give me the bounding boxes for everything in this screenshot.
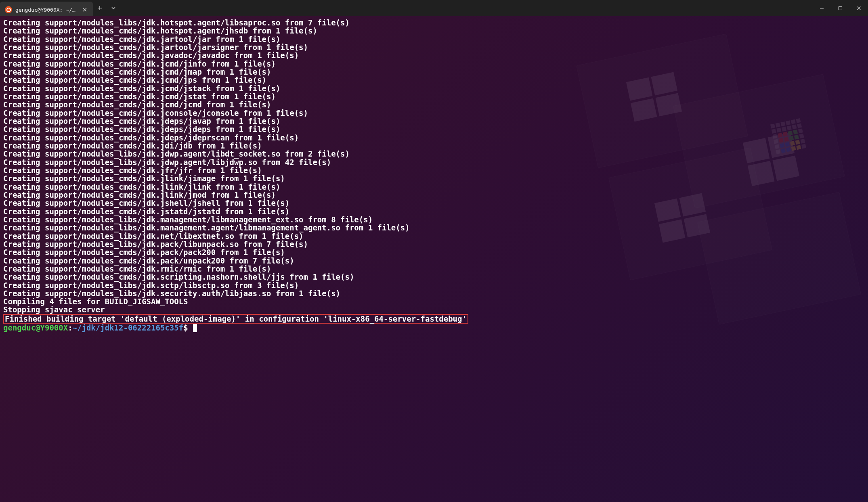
terminal-line-highlight: Finished building target 'default (explo… xyxy=(3,314,865,324)
tab-dropdown-button[interactable] xyxy=(107,0,120,16)
terminal-line: Creating support/modules_libs/jdk.jdwp.a… xyxy=(3,158,865,166)
terminal-prompt: gengduc@Y9000X:~/jdk/jdk12-06222165c35f$ xyxy=(3,324,865,332)
terminal-line: Creating support/modules_cmds/jdk.hotspo… xyxy=(3,27,865,35)
terminal-line: Creating support/modules_cmds/jdk.jartoo… xyxy=(3,43,865,51)
terminal-line: Creating support/modules_cmds/jdk.jshell… xyxy=(3,199,865,207)
terminal-line: Creating support/modules_libs/jdk.manage… xyxy=(3,215,865,224)
svg-rect-0 xyxy=(839,6,842,10)
terminal-line: Creating support/modules_cmds/jdk.pack/u… xyxy=(3,257,865,265)
terminal-line: Creating support/modules_cmds/jdk.javado… xyxy=(3,51,865,59)
terminal-line: Creating support/modules_libs/jdk.net/li… xyxy=(3,232,865,240)
terminal-line: Creating support/modules_libs/jdk.pack/l… xyxy=(3,240,865,248)
terminal-line: Creating support/modules_cmds/jdk.jartoo… xyxy=(3,35,865,43)
terminal-line: Creating support/modules_cmds/jdk.jcmd/j… xyxy=(3,84,865,92)
terminal-line: Creating support/modules_cmds/jdk.jconso… xyxy=(3,109,865,117)
terminal-line: Creating support/modules_cmds/jdk.jlink/… xyxy=(3,174,865,182)
maximize-button[interactable] xyxy=(831,0,849,16)
terminal-line: Creating support/modules_cmds/jdk.jdeps/… xyxy=(3,125,865,133)
close-window-button[interactable] xyxy=(849,0,868,16)
terminal-line: Creating support/modules_libs/jdk.sctp/l… xyxy=(3,281,865,289)
terminal-line: Creating support/modules_libs/jdk.jdwp.a… xyxy=(3,150,865,158)
terminal-cursor xyxy=(193,324,197,332)
terminal-line: Creating support/modules_cmds/jdk.jdi/jd… xyxy=(3,142,865,150)
terminal-line: Creating support/modules_cmds/jdk.jlink/… xyxy=(3,183,865,191)
terminal-line: Creating support/modules_libs/jdk.hotspo… xyxy=(3,19,865,27)
prompt-user-host: gengduc@Y9000X xyxy=(3,323,68,332)
titlebar: gengduc@Y9000X: ~/jdk/jdk1 xyxy=(0,0,868,16)
terminal-line: Creating support/modules_libs/jdk.securi… xyxy=(3,289,865,297)
terminal-line: Creating support/modules_cmds/jdk.jcmd/j… xyxy=(3,68,865,76)
terminal-line: Creating support/modules_cmds/jdk.pack/p… xyxy=(3,248,865,256)
minimize-button[interactable] xyxy=(812,0,831,16)
terminal-line: Creating support/modules_cmds/jdk.jdeps/… xyxy=(3,134,865,142)
terminal-viewport[interactable]: Creating support/modules_libs/jdk.hotspo… xyxy=(0,16,868,502)
prompt-path: ~/jdk/jdk12-06222165c35f xyxy=(73,323,184,332)
terminal-line: Compiling 4 files for BUILD_JIGSAW_TOOLS xyxy=(3,297,865,305)
terminal-line: Creating support/modules_cmds/jdk.rmic/r… xyxy=(3,265,865,273)
terminal-line: Creating support/modules_libs/jdk.manage… xyxy=(3,224,865,232)
tab-title: gengduc@Y9000X: ~/jdk/jdk1 xyxy=(15,7,78,13)
tab-strip: gengduc@Y9000X: ~/jdk/jdk1 xyxy=(0,0,120,16)
window-controls xyxy=(812,0,868,16)
terminal-window: gengduc@Y9000X: ~/jdk/jdk1 xyxy=(0,0,868,502)
terminal-line: Creating support/modules_cmds/jdk.jcmd/j… xyxy=(3,60,865,68)
terminal-line: Creating support/modules_cmds/jdk.jfr/jf… xyxy=(3,166,865,174)
terminal-output: Creating support/modules_libs/jdk.hotspo… xyxy=(3,19,865,332)
terminal-line: Stopping sjavac server xyxy=(3,305,865,314)
ubuntu-icon xyxy=(5,6,12,13)
terminal-line: Creating support/modules_cmds/jdk.jcmd/j… xyxy=(3,92,865,100)
terminal-line: Creating support/modules_cmds/jdk.jcmd/j… xyxy=(3,100,865,109)
terminal-line: Creating support/modules_cmds/jdk.jdeps/… xyxy=(3,117,865,125)
terminal-line: Creating support/modules_cmds/jdk.jlink/… xyxy=(3,191,865,199)
tab-active[interactable]: gengduc@Y9000X: ~/jdk/jdk1 xyxy=(0,2,93,18)
close-tab-button[interactable] xyxy=(82,6,88,13)
new-tab-button[interactable] xyxy=(93,0,107,16)
terminal-line: Creating support/modules_cmds/jdk.jcmd/j… xyxy=(3,76,865,84)
terminal-line: Creating support/modules_cmds/jdk.script… xyxy=(3,273,865,281)
terminal-line: Creating support/modules_cmds/jdk.jstatd… xyxy=(3,207,865,215)
